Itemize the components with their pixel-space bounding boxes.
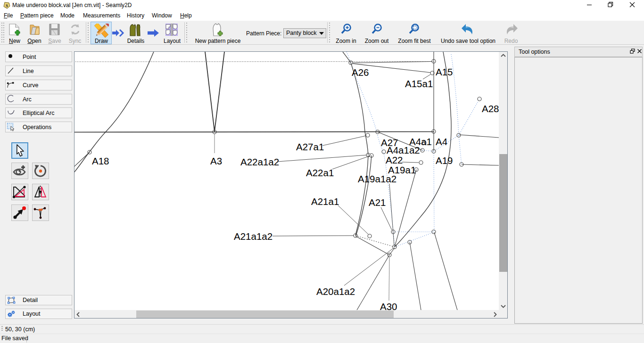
svg-text:A19a1a2: A19a1a2 bbox=[358, 173, 396, 184]
svg-text:A4: A4 bbox=[436, 136, 447, 147]
svg-text:A4a1a2: A4a1a2 bbox=[387, 145, 420, 155]
svg-text:A22a1: A22a1 bbox=[306, 167, 334, 178]
svg-text:A19: A19 bbox=[436, 155, 453, 166]
svg-text:A26: A26 bbox=[352, 67, 369, 78]
svg-text:A15a1: A15a1 bbox=[405, 78, 433, 89]
svg-text:A21a1a2: A21a1a2 bbox=[234, 231, 272, 242]
svg-text:A18: A18 bbox=[92, 155, 109, 166]
svg-text:A28: A28 bbox=[482, 103, 499, 114]
svg-text:A27a1: A27a1 bbox=[296, 141, 324, 152]
svg-text:A15: A15 bbox=[436, 66, 453, 77]
svg-text:A21a1: A21a1 bbox=[311, 196, 339, 207]
svg-text:A3: A3 bbox=[210, 155, 222, 166]
svg-text:A22: A22 bbox=[386, 155, 403, 165]
svg-text:A20a1a2: A20a1a2 bbox=[316, 286, 355, 297]
svg-text:S: S bbox=[6, 3, 8, 8]
svg-text:A30: A30 bbox=[380, 301, 397, 310]
svg-text:A22a1a2: A22a1a2 bbox=[240, 156, 279, 167]
svg-text:A21: A21 bbox=[369, 197, 386, 208]
